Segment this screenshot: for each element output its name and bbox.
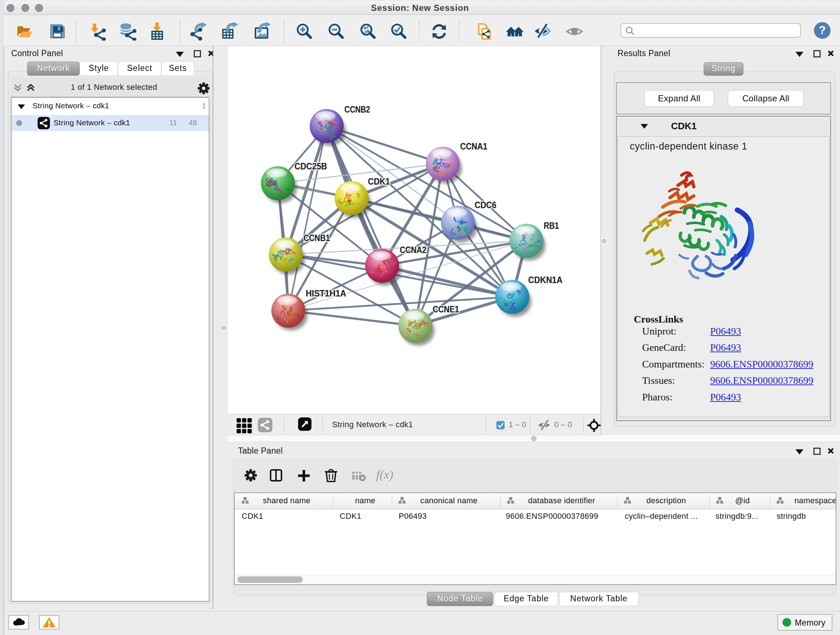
svg-text:HIST1H1A: HIST1H1A (306, 288, 346, 299)
svg-text:CCNA2: CCNA2 (400, 244, 426, 255)
svg-text:CCNB1: CCNB1 (303, 233, 330, 243)
svg-text:CDKN1A: CDKN1A (528, 274, 562, 285)
svg-text:CCNA1: CCNA1 (460, 141, 487, 152)
svg-text:CCNB2: CCNB2 (344, 104, 370, 115)
svg-text:CDC6: CDC6 (475, 200, 496, 211)
svg-text:CCNE1: CCNE1 (433, 304, 459, 315)
svg-text:RB1: RB1 (544, 220, 559, 231)
svg-text:CDK1: CDK1 (368, 176, 390, 187)
svg-text:CDC25B: CDC25B (294, 161, 327, 172)
